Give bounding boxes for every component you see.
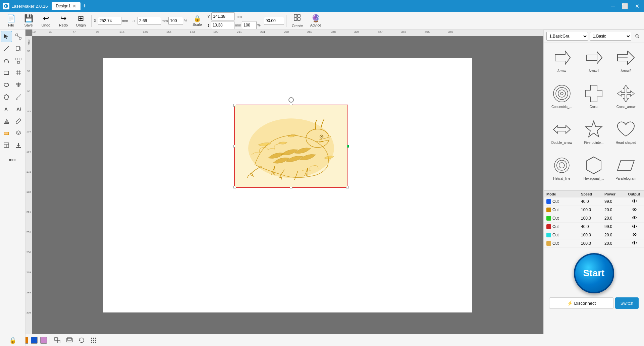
disconnect-button[interactable]: ⚡ Disconnect xyxy=(549,297,614,309)
erase-tool[interactable] xyxy=(1,127,12,139)
arrange-tool[interactable] xyxy=(13,55,24,66)
visibility-2[interactable]: 👁 xyxy=(628,215,641,221)
svg-rect-16 xyxy=(4,71,9,74)
shape-helical[interactable]: Helical_line xyxy=(546,153,577,188)
shapes-panel: Arrow Arrow1 xyxy=(544,43,644,190)
svg-line-35 xyxy=(16,133,18,135)
switch-button[interactable]: Switch xyxy=(615,297,639,309)
visibility-3[interactable]: 👁 xyxy=(628,224,641,230)
arrange-bottom-button[interactable] xyxy=(65,336,74,345)
select-tool[interactable] xyxy=(1,31,12,42)
svg-text:A: A xyxy=(4,107,8,112)
width-input[interactable] xyxy=(138,17,161,25)
shape-concentric[interactable]: Concentric_... xyxy=(546,81,577,116)
shape-double-arrow[interactable]: Double_arrow xyxy=(546,117,577,152)
svg-point-44 xyxy=(11,159,13,161)
color-purple[interactable] xyxy=(40,337,47,344)
shape-cross-arrow[interactable]: Cross_arrow xyxy=(610,81,641,116)
measure-tool[interactable] xyxy=(13,91,24,103)
svg-rect-12 xyxy=(16,46,19,50)
shape-arrow[interactable]: Arrow xyxy=(546,46,577,80)
shape-cross[interactable]: Cross xyxy=(579,81,609,116)
curve-tool[interactable] xyxy=(1,55,12,66)
layer-row-2[interactable]: Cut 100.0 20.0 👁 xyxy=(544,214,644,223)
height-pct-input[interactable] xyxy=(242,21,257,29)
canvas-area[interactable]: 19 30 77 96 115 135 154 173 192 211 231 … xyxy=(25,30,543,334)
import-tool[interactable] xyxy=(13,139,24,151)
library-search-button[interactable] xyxy=(633,32,641,40)
tab-close-icon[interactable]: ✕ xyxy=(72,3,76,9)
design-object[interactable]: ! xyxy=(234,105,348,188)
layer-row-3[interactable]: Cut 40.0 99.0 👁 xyxy=(544,223,644,231)
file-button[interactable]: 📄 File xyxy=(3,13,19,28)
canvas-whiteboard[interactable]: ! xyxy=(103,58,472,312)
svg-marker-64 xyxy=(618,85,634,102)
fill-tool[interactable] xyxy=(1,115,12,127)
library-bar: 1.BasicGra 1.Basic xyxy=(544,30,644,43)
settings-bottom-button[interactable] xyxy=(89,336,98,345)
app-logo-icon: L xyxy=(3,3,9,9)
y-input[interactable] xyxy=(211,12,235,20)
lock-bottom-icon[interactable]: 🔒 xyxy=(9,337,16,344)
shape-parallelogram[interactable]: Parallelogram xyxy=(610,153,641,188)
layer-row-1[interactable]: Cut 100.0 20.0 👁 xyxy=(544,206,644,214)
svg-point-21 xyxy=(4,83,9,86)
grid-tool[interactable] xyxy=(13,67,24,78)
node-tool[interactable] xyxy=(13,31,24,42)
svg-marker-57 xyxy=(597,52,602,64)
rotate-handle[interactable] xyxy=(288,97,294,103)
width-pct-input[interactable] xyxy=(168,17,183,25)
shape-hexagonal[interactable]: Hexagonal_... xyxy=(579,153,609,188)
advice-button[interactable]: 🔮 Advice xyxy=(307,13,325,28)
height-input[interactable] xyxy=(211,21,234,29)
visibility-5[interactable]: 👁 xyxy=(628,240,641,246)
file-icon: 📄 xyxy=(7,14,16,23)
table-tool[interactable] xyxy=(1,139,12,151)
shape-heart[interactable]: Heart-shaped xyxy=(610,117,641,152)
left-toolbox: A A xyxy=(0,30,25,334)
layer-row-0[interactable]: Cut 40.0 99.0 👁 xyxy=(544,197,644,206)
create-button[interactable]: Create xyxy=(288,12,306,29)
layer-row-4[interactable]: Cut 100.0 20.0 👁 xyxy=(544,231,644,239)
edit-tool[interactable] xyxy=(13,115,24,127)
shape-arrow1[interactable]: Arrow1 xyxy=(579,46,609,80)
undo-button[interactable]: ↩ Undo xyxy=(38,13,54,28)
text-tool[interactable]: A xyxy=(1,103,12,115)
save-button[interactable]: 💾 Save xyxy=(20,13,37,28)
layers-tool[interactable] xyxy=(13,127,24,139)
color-blue[interactable] xyxy=(31,337,38,344)
layer-row-5[interactable]: Cut 100.0 20.0 👁 xyxy=(544,239,644,248)
loading-tool[interactable] xyxy=(1,154,24,166)
text2-tool[interactable]: A xyxy=(13,103,24,115)
library-select-1[interactable]: 1.BasicGra xyxy=(546,32,588,41)
maximize-button[interactable]: ⬜ xyxy=(620,3,630,9)
new-tab-button[interactable]: + xyxy=(83,3,86,10)
visibility-4[interactable]: 👁 xyxy=(628,232,641,238)
scale-button[interactable]: 🔒 Scale xyxy=(189,13,205,28)
layers-panel: Mode Speed Power Output Cut 40.0 99.0 👁 … xyxy=(544,190,644,248)
svg-marker-34 xyxy=(16,131,21,133)
rect-tool[interactable] xyxy=(1,67,12,78)
visibility-0[interactable]: 👁 xyxy=(628,198,641,205)
transform-button[interactable] xyxy=(53,336,62,345)
start-button[interactable]: Start xyxy=(574,253,614,293)
polygon-tool[interactable] xyxy=(1,91,12,103)
redo-button[interactable]: ↪ Redo xyxy=(55,13,72,28)
minimize-button[interactable]: ─ xyxy=(609,3,617,9)
shape-arrow2[interactable]: Arrow2 xyxy=(610,46,641,80)
align-tool[interactable] xyxy=(13,79,24,91)
angle-input[interactable] xyxy=(264,17,284,25)
tab-design1[interactable]: Design1 ✕ xyxy=(52,2,80,10)
x-input[interactable] xyxy=(98,17,121,25)
redo-icon: ↪ xyxy=(60,14,66,23)
copy-tool[interactable] xyxy=(13,43,24,54)
visibility-1[interactable]: 👁 xyxy=(628,207,641,213)
origin-button[interactable]: ⊞ Origin xyxy=(72,13,89,28)
close-button[interactable]: ✕ xyxy=(633,3,641,9)
line-tool[interactable] xyxy=(1,43,12,54)
shape-five-pointed[interactable]: Five-pointe... xyxy=(579,117,609,152)
library-select-2[interactable]: 1.Basic xyxy=(590,32,632,41)
refresh-button[interactable] xyxy=(77,336,86,345)
ellipse-tool[interactable] xyxy=(1,79,12,91)
canvas-workspace[interactable]: ! xyxy=(32,36,543,334)
